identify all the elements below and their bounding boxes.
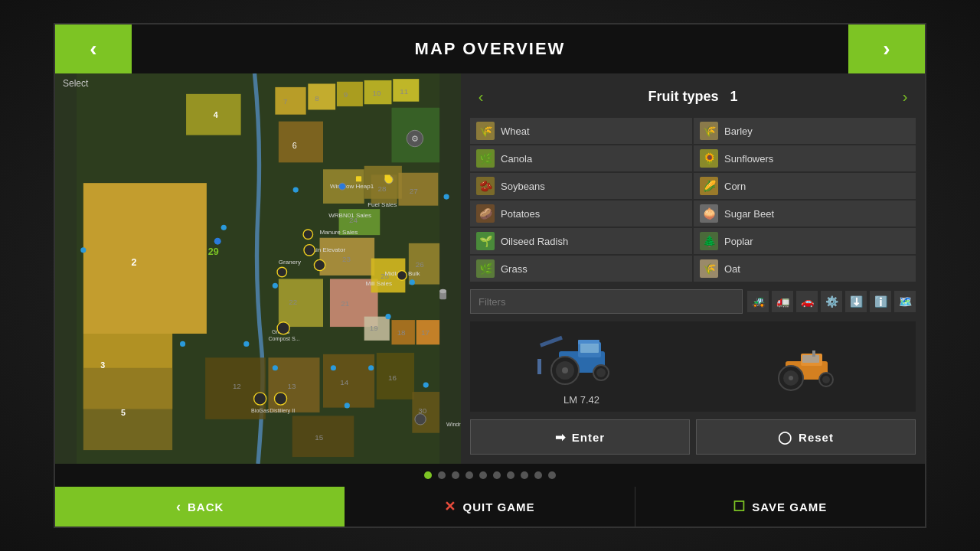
fruit-name-oat: Oat bbox=[724, 263, 740, 275]
fruit-name-barley: Barley bbox=[724, 126, 753, 137]
svg-point-101 bbox=[254, 393, 266, 405]
filter-download-icon[interactable]: ⬇️ bbox=[845, 291, 867, 312]
fruit-item-canola[interactable]: 🌿Canola bbox=[470, 145, 692, 171]
dot-0[interactable] bbox=[424, 471, 432, 479]
fruit-item-poplar[interactable]: 🌲Poplar bbox=[694, 228, 916, 254]
svg-rect-124 bbox=[812, 350, 815, 357]
dot-7[interactable] bbox=[521, 471, 528, 479]
enter-button[interactable]: ➡ Enter bbox=[470, 419, 690, 455]
fruit-item-oilseed[interactable]: 🌱Oilseed Radish bbox=[470, 228, 692, 254]
fruit-next-button[interactable]: › bbox=[894, 86, 916, 107]
svg-rect-118 bbox=[802, 355, 819, 363]
reset-button[interactable]: ◯ Reset bbox=[696, 419, 916, 455]
save-icon: ☐ bbox=[733, 498, 746, 515]
dot-1[interactable] bbox=[438, 471, 446, 479]
dot-5[interactable] bbox=[493, 471, 501, 479]
action-buttons: ➡ Enter ◯ Reset bbox=[470, 419, 916, 455]
next-button[interactable]: › bbox=[848, 24, 925, 73]
vehicle-second-image bbox=[759, 336, 851, 397]
svg-text:5: 5 bbox=[121, 408, 126, 417]
fruit-icon-soybeans: 🫘 bbox=[476, 177, 495, 195]
svg-text:15: 15 bbox=[315, 433, 323, 442]
prev-button[interactable]: ‹ bbox=[55, 24, 132, 73]
svg-text:Windrow Heap1: Windrow Heap1 bbox=[330, 183, 374, 190]
fruit-name-oilseed: Oilseed Radish bbox=[501, 236, 568, 247]
svg-text:18: 18 bbox=[397, 328, 406, 337]
svg-text:Compost S...: Compost S... bbox=[268, 336, 299, 342]
fruit-item-grass[interactable]: 🌿Grass bbox=[470, 256, 692, 282]
svg-rect-8 bbox=[83, 183, 207, 334]
fruit-types-header: ‹ Fruit types 1 › bbox=[470, 83, 916, 110]
filter-truck-icon[interactable]: 🚛 bbox=[772, 291, 793, 312]
svg-point-103 bbox=[277, 322, 289, 334]
svg-point-123 bbox=[822, 376, 830, 383]
fruit-name-sunflowers: Sunflowers bbox=[724, 153, 773, 165]
reset-icon: ◯ bbox=[778, 430, 792, 445]
svg-text:Fuel Sales: Fuel Sales bbox=[368, 201, 397, 208]
svg-rect-114 bbox=[540, 335, 563, 347]
fruit-item-potatoes[interactable]: 🥔Potatoes bbox=[470, 201, 692, 227]
fruit-icon-canola: 🌿 bbox=[476, 149, 495, 168]
enter-icon: ➡ bbox=[555, 430, 566, 445]
svg-text:19: 19 bbox=[370, 324, 378, 332]
top-bar: ‹ MAP OVERVIEW › bbox=[55, 24, 925, 73]
map-select-label: Select bbox=[63, 78, 88, 89]
fruit-icon-corn: 🌽 bbox=[700, 177, 718, 195]
svg-rect-2 bbox=[308, 83, 335, 109]
quit-icon: ✕ bbox=[444, 498, 456, 515]
svg-text:14: 14 bbox=[340, 378, 348, 386]
fruit-item-wheat[interactable]: 🌾Wheat bbox=[470, 118, 692, 144]
fruit-item-soybeans[interactable]: 🫘Soybeans bbox=[470, 173, 692, 199]
map-svg[interactable]: 2 3 4 5 6 7 8 9 10 11 12 13 14 15 16 17 … bbox=[55, 73, 461, 464]
svg-point-97 bbox=[80, 247, 86, 253]
fruit-types-title: Fruit types 1 bbox=[648, 89, 737, 105]
fruit-item-sugarbeet[interactable]: 🧅Sugar Beet bbox=[694, 201, 916, 227]
dot-3[interactable] bbox=[466, 471, 473, 479]
svg-point-121 bbox=[789, 376, 793, 380]
svg-text:8: 8 bbox=[315, 94, 319, 103]
fruit-icon-sugarbeet: 🧅 bbox=[700, 204, 718, 223]
main-container: ‹ MAP OVERVIEW › Select bbox=[54, 23, 926, 528]
filter-map-icon[interactable]: 🗺️ bbox=[894, 291, 916, 312]
svg-text:Mill Sales: Mill Sales bbox=[365, 280, 391, 287]
svg-point-86 bbox=[293, 187, 299, 193]
svg-point-94 bbox=[243, 341, 249, 347]
save-button[interactable]: ☐ SAVE GAME bbox=[635, 487, 925, 527]
dot-4[interactable] bbox=[479, 471, 487, 479]
svg-text:4: 4 bbox=[214, 110, 218, 119]
fruit-icon-wheat: 🌾 bbox=[476, 122, 495, 140]
filter-icons: 🚜 🚛 🚗 ⚙️ ⬇️ ℹ️ 🗺️ bbox=[747, 291, 916, 312]
vehicle-label: LM 7.42 bbox=[564, 394, 599, 406]
fruit-item-oat[interactable]: 🌾Oat bbox=[694, 256, 916, 282]
fruit-item-sunflowers[interactable]: 🌻Sunflowers bbox=[694, 145, 916, 171]
dot-8[interactable] bbox=[534, 471, 542, 479]
svg-rect-76 bbox=[385, 174, 390, 180]
fruit-prev-button[interactable]: ‹ bbox=[470, 86, 492, 107]
dot-2[interactable] bbox=[452, 471, 459, 479]
filter-gear-icon[interactable]: ⚙️ bbox=[821, 291, 842, 312]
svg-rect-14 bbox=[279, 279, 323, 327]
dot-6[interactable] bbox=[507, 471, 514, 479]
svg-rect-31 bbox=[83, 368, 172, 450]
back-button[interactable]: ‹ BACK bbox=[55, 487, 345, 527]
dot-9[interactable] bbox=[548, 471, 556, 479]
fruit-item-corn[interactable]: 🌽Corn bbox=[694, 173, 916, 199]
filter-input[interactable] bbox=[470, 289, 743, 314]
fruit-name-potatoes: Potatoes bbox=[501, 208, 540, 220]
svg-text:28: 28 bbox=[378, 184, 387, 193]
fruit-item-barley[interactable]: 🌾Barley bbox=[694, 118, 916, 144]
filter-car-icon[interactable]: 🚗 bbox=[796, 291, 818, 312]
svg-rect-77 bbox=[356, 176, 361, 181]
filter-tractor-icon[interactable]: 🚜 bbox=[747, 291, 769, 312]
svg-rect-108 bbox=[580, 344, 599, 353]
svg-text:7: 7 bbox=[283, 97, 287, 106]
svg-text:Windrow Heap2: Windrow Heap2 bbox=[446, 422, 461, 428]
quit-button[interactable]: ✕ QUIT GAME bbox=[345, 487, 635, 527]
svg-rect-115 bbox=[537, 359, 541, 374]
dots-bar bbox=[55, 464, 925, 487]
fruit-name-wheat: Wheat bbox=[501, 126, 530, 137]
svg-text:30: 30 bbox=[418, 406, 426, 415]
next-arrow-icon: › bbox=[883, 37, 890, 61]
filter-info-icon[interactable]: ℹ️ bbox=[870, 291, 891, 312]
svg-text:26: 26 bbox=[416, 260, 424, 269]
